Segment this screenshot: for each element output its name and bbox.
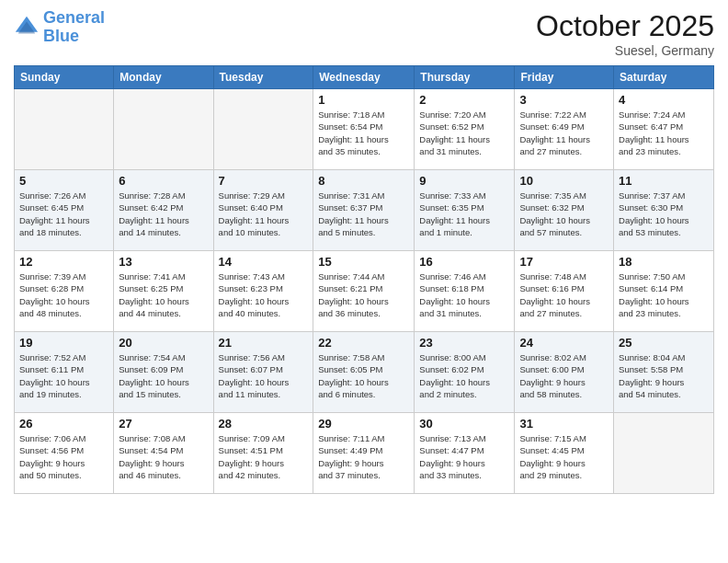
- day-number-1-5: 10: [519, 174, 609, 188]
- day-number-4-1: 27: [119, 417, 208, 431]
- day-info-2-5: Sunrise: 7:48 AM Sunset: 6:16 PM Dayligh…: [519, 270, 609, 319]
- day-number-0-6: 4: [619, 93, 709, 107]
- day-cell-3-4: 23Sunrise: 8:00 AM Sunset: 6:02 PM Dayli…: [415, 332, 515, 413]
- day-number-0-4: 2: [419, 93, 509, 107]
- day-cell-3-2: 21Sunrise: 7:56 AM Sunset: 6:07 PM Dayli…: [213, 332, 313, 413]
- day-info-2-6: Sunrise: 7:50 AM Sunset: 6:14 PM Dayligh…: [619, 270, 709, 319]
- header-wednesday: Wednesday: [313, 66, 415, 89]
- day-number-2-0: 12: [19, 255, 108, 269]
- day-number-2-6: 18: [619, 255, 709, 269]
- day-cell-1-4: 9Sunrise: 7:33 AM Sunset: 6:35 PM Daylig…: [415, 170, 515, 251]
- logo-line1: General: [43, 8, 105, 27]
- day-cell-4-6: [614, 413, 714, 494]
- day-number-1-6: 11: [619, 174, 709, 188]
- day-cell-4-5: 31Sunrise: 7:15 AM Sunset: 4:45 PM Dayli…: [515, 413, 614, 494]
- week-row-4: 26Sunrise: 7:06 AM Sunset: 4:56 PM Dayli…: [15, 413, 714, 494]
- day-cell-3-5: 24Sunrise: 8:02 AM Sunset: 6:00 PM Dayli…: [515, 332, 614, 413]
- day-info-4-4: Sunrise: 7:13 AM Sunset: 4:47 PM Dayligh…: [419, 432, 509, 481]
- day-cell-1-1: 6Sunrise: 7:28 AM Sunset: 6:42 PM Daylig…: [114, 170, 213, 251]
- logo-text: General Blue: [43, 9, 105, 46]
- day-number-2-2: 14: [219, 255, 309, 269]
- location: Suesel, Germany: [536, 43, 714, 58]
- day-info-0-6: Sunrise: 7:24 AM Sunset: 6:47 PM Dayligh…: [619, 109, 709, 157]
- day-cell-2-6: 18Sunrise: 7:50 AM Sunset: 6:14 PM Dayli…: [614, 251, 714, 332]
- day-info-3-4: Sunrise: 8:00 AM Sunset: 6:02 PM Dayligh…: [419, 351, 509, 400]
- day-number-3-3: 22: [318, 336, 409, 350]
- day-info-2-3: Sunrise: 7:44 AM Sunset: 6:21 PM Dayligh…: [318, 270, 409, 319]
- day-info-0-5: Sunrise: 7:22 AM Sunset: 6:49 PM Dayligh…: [519, 109, 609, 157]
- day-number-1-4: 9: [419, 174, 509, 188]
- day-number-1-0: 5: [19, 174, 108, 188]
- week-row-0: 1Sunrise: 7:18 AM Sunset: 6:54 PM Daylig…: [15, 89, 714, 170]
- day-info-1-6: Sunrise: 7:37 AM Sunset: 6:30 PM Dayligh…: [619, 190, 709, 238]
- day-info-3-1: Sunrise: 7:54 AM Sunset: 6:09 PM Dayligh…: [119, 351, 208, 400]
- header-tuesday: Tuesday: [213, 66, 313, 89]
- day-number-0-5: 3: [519, 93, 609, 107]
- day-cell-0-0: [15, 89, 114, 170]
- day-info-1-0: Sunrise: 7:26 AM Sunset: 6:45 PM Dayligh…: [19, 190, 108, 238]
- day-info-4-0: Sunrise: 7:06 AM Sunset: 4:56 PM Dayligh…: [19, 432, 108, 481]
- day-info-1-3: Sunrise: 7:31 AM Sunset: 6:37 PM Dayligh…: [318, 190, 409, 238]
- day-cell-1-5: 10Sunrise: 7:35 AM Sunset: 6:32 PM Dayli…: [515, 170, 614, 251]
- day-info-1-4: Sunrise: 7:33 AM Sunset: 6:35 PM Dayligh…: [419, 190, 509, 238]
- day-cell-3-0: 19Sunrise: 7:52 AM Sunset: 6:11 PM Dayli…: [15, 332, 114, 413]
- day-cell-1-0: 5Sunrise: 7:26 AM Sunset: 6:45 PM Daylig…: [15, 170, 114, 251]
- day-number-4-5: 31: [519, 417, 609, 431]
- day-info-2-2: Sunrise: 7:43 AM Sunset: 6:23 PM Dayligh…: [219, 270, 309, 319]
- day-cell-2-5: 17Sunrise: 7:48 AM Sunset: 6:16 PM Dayli…: [515, 251, 614, 332]
- header-thursday: Thursday: [415, 66, 515, 89]
- day-info-4-2: Sunrise: 7:09 AM Sunset: 4:51 PM Dayligh…: [219, 432, 309, 481]
- calendar: Sunday Monday Tuesday Wednesday Thursday…: [14, 65, 714, 494]
- calendar-header-row: Sunday Monday Tuesday Wednesday Thursday…: [15, 66, 714, 89]
- logo-line2: Blue: [43, 27, 79, 45]
- day-info-2-0: Sunrise: 7:39 AM Sunset: 6:28 PM Dayligh…: [19, 270, 108, 319]
- logo: General Blue: [14, 9, 105, 46]
- day-number-4-0: 26: [19, 417, 108, 431]
- day-cell-1-2: 7Sunrise: 7:29 AM Sunset: 6:40 PM Daylig…: [213, 170, 313, 251]
- day-number-1-2: 7: [219, 174, 309, 188]
- day-number-4-4: 30: [419, 417, 509, 431]
- day-info-4-1: Sunrise: 7:08 AM Sunset: 4:54 PM Dayligh…: [119, 432, 208, 481]
- day-cell-4-0: 26Sunrise: 7:06 AM Sunset: 4:56 PM Dayli…: [15, 413, 114, 494]
- day-cell-0-6: 4Sunrise: 7:24 AM Sunset: 6:47 PM Daylig…: [614, 89, 714, 170]
- day-number-1-1: 6: [119, 174, 208, 188]
- day-number-2-4: 16: [419, 255, 509, 269]
- month-title: October 2025: [536, 9, 714, 43]
- header-saturday: Saturday: [614, 66, 714, 89]
- day-number-2-5: 17: [519, 255, 609, 269]
- day-cell-0-1: [114, 89, 213, 170]
- week-row-3: 19Sunrise: 7:52 AM Sunset: 6:11 PM Dayli…: [15, 332, 714, 413]
- week-row-1: 5Sunrise: 7:26 AM Sunset: 6:45 PM Daylig…: [15, 170, 714, 251]
- day-cell-4-2: 28Sunrise: 7:09 AM Sunset: 4:51 PM Dayli…: [213, 413, 313, 494]
- header-sunday: Sunday: [15, 66, 114, 89]
- title-block: October 2025 Suesel, Germany: [536, 9, 714, 58]
- day-cell-2-3: 15Sunrise: 7:44 AM Sunset: 6:21 PM Dayli…: [313, 251, 415, 332]
- day-cell-1-3: 8Sunrise: 7:31 AM Sunset: 6:37 PM Daylig…: [313, 170, 415, 251]
- day-number-3-2: 21: [219, 336, 309, 350]
- day-info-1-5: Sunrise: 7:35 AM Sunset: 6:32 PM Dayligh…: [519, 190, 609, 238]
- day-cell-1-6: 11Sunrise: 7:37 AM Sunset: 6:30 PM Dayli…: [614, 170, 714, 251]
- day-cell-3-3: 22Sunrise: 7:58 AM Sunset: 6:05 PM Dayli…: [313, 332, 415, 413]
- day-number-1-3: 8: [318, 174, 409, 188]
- day-cell-3-6: 25Sunrise: 8:04 AM Sunset: 5:58 PM Dayli…: [614, 332, 714, 413]
- day-number-3-0: 19: [19, 336, 108, 350]
- day-cell-4-4: 30Sunrise: 7:13 AM Sunset: 4:47 PM Dayli…: [415, 413, 515, 494]
- header-friday: Friday: [515, 66, 614, 89]
- day-cell-0-3: 1Sunrise: 7:18 AM Sunset: 6:54 PM Daylig…: [313, 89, 415, 170]
- day-cell-0-2: [213, 89, 313, 170]
- day-number-3-5: 24: [519, 336, 609, 350]
- day-info-3-3: Sunrise: 7:58 AM Sunset: 6:05 PM Dayligh…: [318, 351, 409, 400]
- page: General Blue October 2025 Suesel, German…: [0, 0, 728, 563]
- day-cell-2-1: 13Sunrise: 7:41 AM Sunset: 6:25 PM Dayli…: [114, 251, 213, 332]
- day-info-0-3: Sunrise: 7:18 AM Sunset: 6:54 PM Dayligh…: [318, 109, 409, 157]
- day-info-1-2: Sunrise: 7:29 AM Sunset: 6:40 PM Dayligh…: [219, 190, 309, 238]
- day-info-3-6: Sunrise: 8:04 AM Sunset: 5:58 PM Dayligh…: [619, 351, 709, 400]
- day-info-2-1: Sunrise: 7:41 AM Sunset: 6:25 PM Dayligh…: [119, 270, 208, 319]
- day-number-3-1: 20: [119, 336, 208, 350]
- day-cell-0-5: 3Sunrise: 7:22 AM Sunset: 6:49 PM Daylig…: [515, 89, 614, 170]
- logo-icon: [14, 15, 40, 40]
- day-info-4-3: Sunrise: 7:11 AM Sunset: 4:49 PM Dayligh…: [318, 432, 409, 481]
- day-cell-4-3: 29Sunrise: 7:11 AM Sunset: 4:49 PM Dayli…: [313, 413, 415, 494]
- day-cell-3-1: 20Sunrise: 7:54 AM Sunset: 6:09 PM Dayli…: [114, 332, 213, 413]
- day-info-3-0: Sunrise: 7:52 AM Sunset: 6:11 PM Dayligh…: [19, 351, 108, 400]
